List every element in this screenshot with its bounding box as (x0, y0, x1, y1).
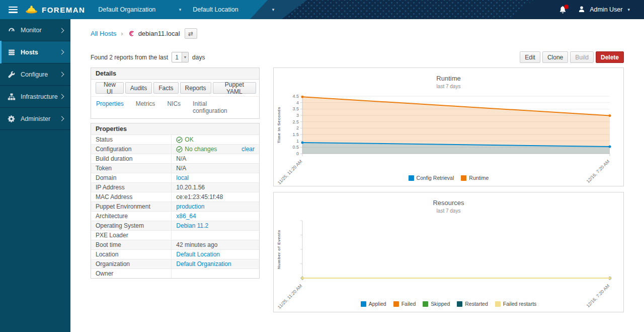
property-value: production (172, 202, 259, 211)
reports-button[interactable]: Reports (180, 82, 211, 94)
tab-properties[interactable]: Properties (96, 100, 124, 114)
property-label: Owner (91, 269, 172, 278)
reports-days-unit: days (192, 54, 205, 61)
property-row-location: LocationDefault Location (91, 249, 259, 259)
breadcrumb-all-hosts-link[interactable]: All Hosts (91, 30, 116, 37)
property-value: OK (172, 135, 259, 144)
legend-item-failed-restarts[interactable]: Failed restarts (495, 301, 537, 307)
host-name-text: debian11.local (138, 30, 180, 37)
property-link[interactable]: x86_64 (176, 213, 196, 220)
property-link[interactable]: Default Organization (176, 260, 231, 268)
location-dropdown[interactable]: Default Location ▾ (193, 6, 274, 13)
clear-link[interactable]: clear (242, 146, 255, 153)
chart-plot: Number of Events11/25, 11:20 AM12/16, 7:… (274, 215, 623, 295)
organization-dropdown-label: Default Organization (98, 6, 155, 13)
clone-button[interactable]: Clone (542, 51, 568, 63)
property-label: Architecture (91, 212, 172, 221)
gauge-icon (8, 26, 16, 34)
host-switcher-button[interactable]: ⇄ (185, 28, 197, 39)
property-value: 42 minutes ago (172, 240, 259, 249)
legend-item-skipped[interactable]: Skipped (423, 301, 450, 307)
reports-summary: Found 2 reports from the last 1 ▼ days (91, 52, 205, 62)
legend-swatch (393, 301, 399, 307)
legend-swatch (423, 301, 428, 307)
sidebar-item-administer[interactable]: Administer (0, 108, 70, 130)
property-row-domain: Domainlocal (91, 173, 259, 182)
notifications-bell-icon[interactable] (558, 5, 568, 14)
puppet-yaml-button[interactable]: Puppet YAML (213, 82, 256, 94)
build-button[interactable]: Build (570, 51, 594, 63)
tab-nics[interactable]: NICs (167, 100, 181, 114)
property-row-organization: OrganizationDefault Organization (91, 259, 259, 269)
server-icon (8, 48, 16, 56)
chevron-right-icon (59, 28, 64, 33)
property-link[interactable]: production (176, 203, 204, 210)
tab-metrics[interactable]: Metrics (136, 100, 155, 114)
properties-table: StatusOKConfigurationNo changesclearBuil… (91, 135, 259, 278)
legend-item-runtime[interactable]: Runtime (461, 175, 489, 181)
new-ui-button[interactable]: New UI (96, 82, 124, 94)
breadcrumb-current-host: debian11.local (128, 30, 180, 37)
organization-dropdown[interactable]: Default Organization ▾ (98, 6, 181, 13)
sidebar-item-configure[interactable]: Configure (0, 63, 70, 86)
legend-item-restarted[interactable]: Restarted (457, 301, 488, 307)
property-value (172, 231, 259, 240)
edit-button[interactable]: Edit (520, 51, 540, 63)
property-link[interactable]: Default Location (176, 251, 220, 258)
charts-column: Runtimelast 7 days00.511.522.533.544.5Ti… (273, 68, 624, 312)
chart-title: Runtime (274, 75, 623, 82)
svg-text:3.5: 3.5 (292, 106, 299, 111)
property-label: Build duration (91, 154, 172, 163)
runtime-chart-panel: Runtimelast 7 days00.511.522.533.544.5Ti… (273, 68, 624, 186)
resources-chart-panel: Resourceslast 7 daysNumber of Events11/2… (273, 192, 624, 312)
delete-button[interactable]: Delete (596, 51, 624, 63)
property-row-token: TokenN/A (91, 163, 259, 173)
host-details-column: Details New UIAuditsFactsReportsPuppet Y… (91, 68, 260, 312)
property-value: local (172, 173, 259, 182)
menu-icon[interactable] (9, 7, 18, 13)
svg-text:1: 1 (296, 139, 299, 144)
sidebar-item-monitor[interactable]: Monitor (0, 19, 70, 41)
user-menu[interactable]: Admin User ▾ (578, 5, 630, 15)
legend-label: Failed restarts (503, 301, 537, 307)
facts-button[interactable]: Facts (153, 82, 178, 94)
property-link[interactable]: local (176, 174, 189, 181)
svg-text:1.5: 1.5 (292, 132, 299, 137)
legend-swatch (461, 175, 466, 181)
audits-button[interactable]: Audits (125, 82, 152, 94)
reports-days-select[interactable]: 1 ▼ (172, 52, 189, 62)
top-navbar: FOREMAN Default Organization ▾ Default L… (0, 0, 644, 19)
tab-initial-configuration[interactable]: Initial configuration (193, 100, 242, 114)
legend-item-applied[interactable]: Applied (361, 301, 386, 307)
check-circle-icon (176, 146, 183, 153)
x-axis-label: 11/25, 11:20 AM (277, 159, 303, 185)
sidebar-item-infrastructure[interactable]: Infrastructure (0, 86, 70, 108)
legend-item-failed[interactable]: Failed (393, 301, 416, 307)
property-link[interactable]: Debian 11.2 (176, 222, 208, 229)
svg-text:2.5: 2.5 (292, 119, 299, 124)
property-value: No changesclear (172, 145, 259, 154)
legend-item-config-retrieval[interactable]: Config Retrieval (409, 175, 454, 181)
chevron-down-icon: ▼ (182, 52, 188, 62)
reports-summary-text: Found 2 reports from the last (91, 54, 168, 61)
property-row-architecture: Architecturex86_64 (91, 211, 259, 221)
legend-label: Skipped (431, 301, 450, 307)
chevron-down-icon: ▾ (627, 7, 630, 12)
property-label: IP Address (91, 183, 172, 192)
details-buttons-row: New UIAuditsFactsReportsPuppet YAML (91, 80, 259, 96)
property-value: Default Location (172, 250, 259, 259)
chart-legend: AppliedFailedSkippedRestartedFailed rest… (274, 301, 623, 307)
status-ok-indicator: OK (176, 136, 193, 143)
user-menu-label: Admin User (590, 6, 622, 13)
property-label: Token (91, 164, 172, 173)
property-label: Location (91, 250, 172, 259)
property-row-operating-system: Operating SystemDebian 11.2 (91, 221, 259, 230)
sidebar-item-hosts[interactable]: Hosts (0, 41, 70, 63)
legend-swatch (457, 301, 462, 307)
swap-arrows-icon: ⇄ (188, 30, 193, 37)
notification-badge (564, 5, 569, 9)
check-circle-icon (176, 137, 183, 143)
chevron-down-icon: ▾ (272, 7, 275, 12)
legend-label: Restarted (465, 301, 488, 307)
foreman-logo[interactable]: FOREMAN (25, 4, 85, 15)
